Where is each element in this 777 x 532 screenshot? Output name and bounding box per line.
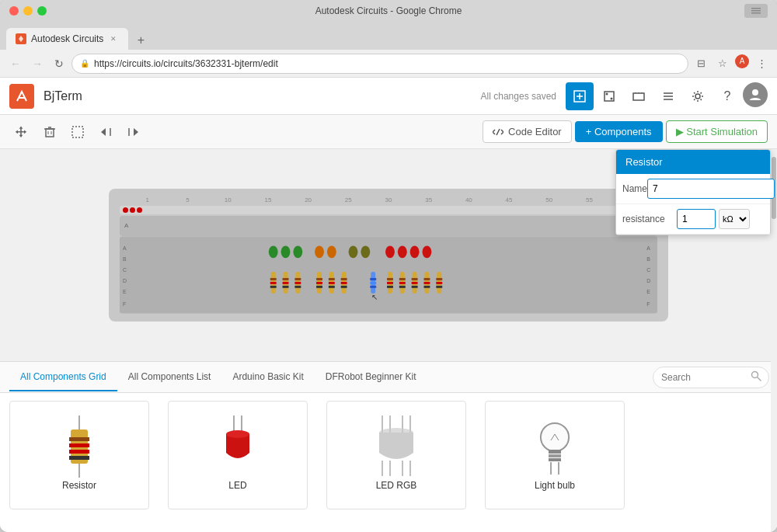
svg-point-48 [385, 245, 395, 258]
window-action-button[interactable] [744, 4, 768, 18]
svg-rect-91 [412, 282, 418, 284]
svg-rect-57 [283, 278, 289, 280]
popup-resistance-row: resistance kΩ Ω MΩ [616, 204, 770, 235]
close-button[interactable] [9, 6, 19, 16]
delete-tool[interactable] [37, 120, 62, 144]
svg-rect-125 [549, 450, 561, 454]
svg-point-43 [293, 245, 302, 258]
menu-icon[interactable]: ⋮ [752, 54, 771, 73]
svg-rect-95 [423, 282, 430, 284]
address-bar[interactable]: 🔒 https://circuits.io/circuits/3632331-b… [71, 54, 688, 74]
svg-rect-88 [399, 286, 406, 288]
popup-resistance-label: resistance [622, 214, 677, 224]
schematic-icon[interactable] [566, 82, 594, 110]
svg-point-118 [379, 428, 413, 437]
forward-button[interactable]: → [28, 54, 47, 73]
maximize-button[interactable] [37, 6, 47, 16]
svg-rect-82 [387, 278, 393, 280]
svg-point-17 [752, 89, 758, 96]
breadboard-svg: A B C D E A B C D E F [120, 236, 657, 314]
forward-tool[interactable] [121, 120, 146, 144]
svg-rect-77 [370, 278, 376, 280]
move-tool[interactable] [9, 120, 34, 144]
main-content: Resistor Name resistance kΩ Ω MΩ [0, 149, 777, 532]
svg-rect-66 [316, 282, 322, 284]
new-tab-button[interactable]: + [131, 31, 150, 50]
lightbulb-image [528, 419, 582, 474]
components-button[interactable]: + Components [575, 121, 663, 142]
svg-rect-107 [69, 443, 89, 447]
popup-resistance-input[interactable] [677, 209, 716, 229]
tab-all-grid[interactable]: All Components Grid [9, 363, 117, 391]
svg-rect-53 [270, 278, 277, 280]
minimize-button[interactable] [23, 6, 33, 16]
svg-text:A: A [646, 245, 650, 251]
svg-point-51 [422, 245, 431, 258]
breadboard[interactable]: 1 5 10 15 20 25 30 35 40 45 50 55 60 [109, 189, 668, 322]
svg-text:F: F [123, 301, 126, 307]
svg-rect-73 [341, 278, 347, 280]
svg-rect-9 [633, 93, 644, 100]
svg-rect-55 [270, 286, 277, 288]
led-rgb-label: LED RGB [376, 480, 417, 491]
resistor-label: Resistor [62, 480, 96, 491]
nav-actions: ⊟ ☆ A ⋮ [692, 54, 771, 73]
svg-rect-61 [294, 278, 301, 280]
popup-name-row: Name [616, 174, 770, 204]
settings-icon[interactable] [684, 82, 712, 110]
resistor-popup: Resistor Name resistance kΩ Ω MΩ [615, 149, 771, 235]
component-card-led[interactable]: LED [168, 401, 308, 509]
bom-icon[interactable] [654, 82, 682, 110]
svg-rect-2 [751, 12, 761, 14]
svg-point-8 [611, 97, 613, 99]
svg-rect-84 [387, 286, 393, 288]
svg-point-41 [269, 245, 278, 258]
scrollbar[interactable] [771, 149, 777, 532]
svg-point-46 [349, 245, 358, 258]
svg-rect-67 [316, 286, 322, 288]
popup-name-input[interactable] [647, 179, 775, 199]
code-editor-button[interactable]: Code Editor [483, 120, 572, 143]
svg-rect-0 [751, 8, 761, 9]
svg-rect-6 [605, 92, 614, 101]
browser-tab[interactable]: Autodesk Circuits ✕ [6, 28, 128, 50]
rewind-tool[interactable] [93, 120, 118, 144]
svg-rect-127 [549, 458, 561, 461]
svg-point-47 [361, 245, 370, 258]
back-button[interactable]: ← [6, 54, 25, 73]
bookmark-icon[interactable]: ☆ [713, 54, 732, 73]
component-card-lightbulb[interactable]: Light bulb [485, 401, 625, 509]
start-simulation-button[interactable]: ▶ Start Simulation [666, 120, 768, 143]
components-grid: Resistor LED [0, 393, 777, 532]
select-tool[interactable] [65, 120, 90, 144]
address-text: https://circuits.io/circuits/3632331-bjt… [94, 58, 278, 69]
svg-rect-63 [294, 286, 301, 288]
user-avatar[interactable] [743, 82, 768, 107]
cast-icon[interactable]: ⊟ [692, 54, 710, 73]
svg-rect-96 [423, 286, 430, 288]
svg-rect-58 [283, 282, 289, 284]
search-container [653, 367, 761, 388]
component-card-resistor[interactable]: Resistor [9, 401, 149, 509]
popup-unit-select[interactable]: kΩ Ω MΩ [719, 209, 750, 229]
tab-close-button[interactable]: ✕ [108, 33, 119, 44]
tab-arduino-kit[interactable]: Arduino Basic Kit [221, 363, 314, 391]
component-card-led-rgb[interactable]: LED RGB [326, 401, 466, 509]
autofill-icon[interactable]: A [735, 54, 749, 68]
3d-icon[interactable] [625, 82, 653, 110]
help-icon[interactable]: ? [713, 82, 741, 110]
svg-rect-87 [399, 282, 406, 284]
tab-all-list[interactable]: All Components List [117, 363, 222, 391]
component-panel: All Components Grid All Components List … [0, 361, 777, 532]
svg-rect-99 [436, 282, 442, 284]
led-rgb-image [369, 419, 423, 474]
app-name: BjTerm [44, 89, 82, 103]
tab-dfrobot-kit[interactable]: DFRobot Beginner Kit [315, 363, 427, 391]
refresh-button[interactable]: ↻ [50, 54, 68, 73]
svg-text:B: B [123, 256, 127, 262]
svg-point-124 [541, 423, 569, 451]
start-sim-label: ▶ Start Simulation [676, 126, 758, 137]
pcb-icon[interactable] [595, 82, 623, 110]
svg-text:A: A [123, 245, 127, 251]
svg-text:C: C [123, 267, 127, 273]
